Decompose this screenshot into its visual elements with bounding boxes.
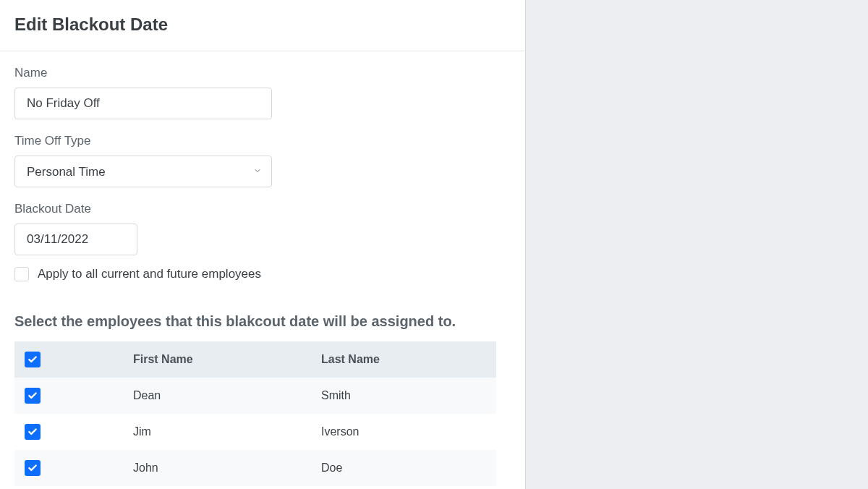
select-all-checkbox[interactable] [25,352,41,367]
name-input[interactable] [14,88,272,119]
row-checkbox-cell [25,460,133,476]
column-header-first-name[interactable]: First Name [133,353,321,366]
form: Name Time Off Type Personal Time Blackou… [0,51,525,486]
check-icon [27,427,38,437]
apply-all-label: Apply to all current and future employee… [38,267,261,281]
cell-first-name: Dean [133,389,321,402]
blackout-date-input[interactable] [14,224,137,255]
field-name: Name [14,66,511,119]
employees-table: First Name Last Name Dean Smith [14,341,496,486]
table-row: Dean Smith [14,378,496,414]
check-icon [27,391,38,401]
employees-section-title: Select the employees that this blakcout … [14,313,511,330]
cell-first-name: John [133,462,321,475]
row-checkbox[interactable] [25,388,41,404]
column-header-last-name[interactable]: Last Name [321,353,496,366]
cell-first-name: Jim [133,425,321,438]
blackout-date-label: Blackout Date [14,202,511,216]
right-pane [525,0,868,489]
apply-all-checkbox[interactable] [14,267,29,281]
row-checkbox[interactable] [25,424,41,440]
cell-last-name: Doe [321,462,496,475]
time-off-type-label: Time Off Type [14,134,511,148]
field-time-off-type: Time Off Type Personal Time [14,134,511,187]
field-blackout-date: Blackout Date [14,202,511,255]
row-checkbox[interactable] [25,460,41,476]
apply-all-row: Apply to all current and future employee… [14,267,511,281]
page-title: Edit Blackout Date [0,0,525,51]
time-off-type-select-wrap: Personal Time [14,156,272,187]
time-off-type-select[interactable]: Personal Time [14,156,272,187]
name-label: Name [14,66,511,80]
table-row: John Doe [14,450,496,486]
cell-last-name: Smith [321,389,496,402]
table-row: Jim Iverson [14,414,496,450]
header-checkbox-cell [25,352,133,367]
cell-last-name: Iverson [321,425,496,438]
row-checkbox-cell [25,388,133,404]
check-icon [27,354,38,365]
check-icon [27,463,38,473]
table-header-row: First Name Last Name [14,341,496,378]
main-pane: Edit Blackout Date Name Time Off Type Pe… [0,0,525,489]
row-checkbox-cell [25,424,133,440]
